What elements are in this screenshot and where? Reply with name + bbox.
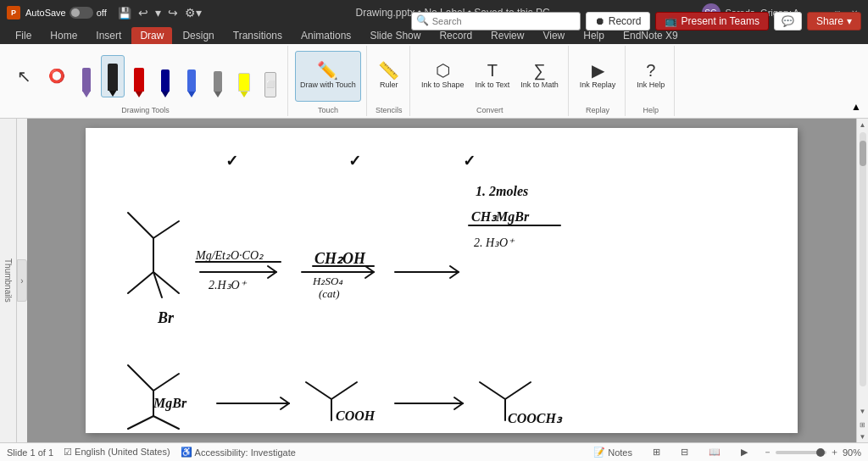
accessibility-icon: ♿ — [181, 447, 192, 458]
ink-help-btn[interactable]: ? Ink Help — [632, 51, 669, 102]
tab-home[interactable]: Home — [42, 27, 86, 44]
comment-button[interactable]: 💬 — [774, 12, 802, 31]
touch-group: ✏️ Draw with Touch Touch — [290, 46, 367, 116]
ink-to-math-btn[interactable]: ∑ Ink to Math — [516, 51, 563, 102]
ink-text-label: Ink to Text — [475, 81, 509, 90]
stencils-group: 📏 Ruler Stencils — [369, 46, 410, 116]
draw-touch-icon: ✏️ — [317, 62, 338, 79]
tab-animations[interactable]: Animations — [292, 27, 359, 44]
convert-content: ⬡ Ink to Shape T Ink to Text ∑ Ink to Ma… — [417, 47, 563, 104]
replay-label: Ink Replay — [580, 81, 616, 90]
zoom-in-btn[interactable]: ＋ — [830, 446, 839, 458]
scroll-up-btn[interactable]: ▲ — [857, 119, 869, 131]
slide-expand-btn[interactable]: ⊞ — [857, 419, 869, 430]
ruler-icon: 📏 — [378, 62, 399, 79]
gray-pen[interactable] — [206, 55, 230, 97]
ruler-btn[interactable]: 📏 Ruler — [374, 51, 404, 102]
touch-content: ✏️ Draw with Touch — [295, 47, 361, 104]
reading-view-btn[interactable]: 📖 — [704, 446, 726, 458]
help-label-group: Help — [643, 104, 659, 114]
undo-redo-group: 💾 ↩ ▾ ↪ ⚙▾ — [115, 4, 204, 21]
tab-file[interactable]: File — [7, 27, 40, 44]
thumbnails-collapse-btn[interactable]: › — [17, 259, 27, 302]
notes-label: Notes — [608, 447, 632, 458]
ribbon-tabs: File Home Insert Draw Design Transitions… — [0, 25, 868, 44]
red-marker[interactable] — [127, 55, 151, 97]
replay-label-group: Replay — [586, 104, 609, 114]
accessibility-btn[interactable]: ♿ Accessibility: Investigate — [181, 447, 296, 458]
undo-dropdown[interactable]: ▾ — [153, 4, 164, 21]
help-label: Ink Help — [637, 81, 665, 90]
ink-to-shape-btn[interactable]: ⬡ Ink to Shape — [417, 51, 469, 102]
right-scrollbar: ▲ ▼ ⊞ ▼ — [856, 119, 868, 442]
help-icon: ? — [646, 62, 655, 79]
search-input[interactable] — [411, 12, 581, 31]
ribbon-toolbar: ↖ ⭕ — [0, 44, 868, 119]
help-content: ? Ink Help — [632, 47, 669, 104]
search-icon: 🔍 — [416, 14, 429, 26]
zoom-area: － ＋ 90% — [763, 446, 861, 458]
language-label: English (United States) — [75, 447, 170, 457]
save-icon[interactable]: 💾 — [115, 5, 134, 21]
slide-sorter-btn[interactable]: ⊟ — [676, 446, 693, 458]
pen-stack: ⬜ — [75, 55, 282, 97]
header-right-area: 🔍 ⏺ Record 📺 Present in Teams 💬 Share ▾ — [411, 12, 861, 31]
convert-group: ⬡ Ink to Shape T Ink to Text ∑ Ink to Ma… — [412, 46, 569, 116]
scroll-track[interactable] — [860, 132, 866, 386]
selection-arrow-icon: ↖ — [17, 68, 31, 85]
pen-tools-row: ↖ ⭕ — [8, 47, 282, 104]
help-group: ? Ink Help Help — [627, 46, 675, 116]
spelling-icon: ☑ — [64, 447, 72, 457]
tab-insert[interactable]: Insert — [87, 27, 130, 44]
filename: Drawing.pptx — [355, 7, 415, 19]
ink-shape-label: Ink to Shape — [421, 81, 465, 90]
ink-to-text-btn[interactable]: T Ink to Text — [470, 51, 514, 102]
search-container: 🔍 — [411, 12, 581, 31]
zoom-out-btn[interactable]: － — [763, 446, 772, 458]
redo-btn[interactable]: ↪ — [165, 4, 181, 21]
autosave-toggle[interactable] — [70, 7, 93, 19]
notes-icon: 📝 — [593, 447, 605, 458]
accessibility-label: Accessibility: Investigate — [195, 447, 296, 458]
purple-pen[interactable] — [75, 55, 98, 97]
zoom-slider[interactable] — [776, 451, 826, 454]
collapse-ribbon-btn[interactable]: ▲ — [848, 97, 865, 116]
present-in-teams-button[interactable]: 📺 Present in Teams — [655, 12, 769, 31]
normal-view-btn[interactable]: ⊞ — [648, 446, 665, 458]
ink-math-label: Ink to Math — [520, 81, 559, 90]
share-button[interactable]: Share ▾ — [807, 12, 861, 31]
selection-tool-btn[interactable]: ↖ — [8, 51, 39, 102]
record-icon: ⏺ — [595, 15, 605, 27]
tab-design[interactable]: Design — [174, 27, 222, 44]
slide-show-btn[interactable]: ▶ — [736, 446, 753, 458]
app-icon: P — [7, 6, 20, 19]
touch-group-label: Touch — [318, 104, 338, 114]
draw-touch-label: Draw with Touch — [300, 81, 356, 90]
share-label: Share — [816, 15, 843, 27]
pens-row: ⬜ — [75, 55, 282, 97]
stencils-label: Stencils — [376, 104, 403, 114]
customize-btn[interactable]: ⚙▾ — [182, 4, 204, 21]
tab-transitions[interactable]: Transitions — [225, 27, 291, 44]
yellow-highlighter[interactable] — [232, 55, 256, 97]
record-label: Record — [609, 15, 642, 27]
slide-next-btn[interactable]: ▼ — [857, 430, 869, 442]
record-button[interactable]: ⏺ Record — [586, 12, 651, 31]
thumbnails-panel[interactable]: Thumbnails — [0, 119, 17, 442]
ink-replay-btn[interactable]: ▶ Ink Replay — [576, 51, 620, 102]
main-area: Thumbnails › ▲ ▼ ⊞ ▼ — [0, 119, 868, 442]
dark-blue-pen[interactable] — [153, 55, 177, 97]
scroll-down-btn[interactable]: ▼ — [857, 405, 869, 417]
lasso-tool-btn[interactable]: ⭕ — [42, 51, 72, 102]
handwriting-canvas — [86, 128, 798, 433]
ink-shape-icon: ⬡ — [436, 62, 450, 79]
undo-btn[interactable]: ↩ — [136, 4, 151, 21]
draw-with-touch-btn[interactable]: ✏️ Draw with Touch — [295, 51, 361, 102]
toggle-off-label: off — [97, 8, 107, 18]
notes-btn[interactable]: 📝 Notes — [588, 446, 637, 458]
light-blue-pen[interactable] — [180, 55, 203, 97]
black-pen-active[interactable] — [101, 55, 125, 97]
tab-draw[interactable]: Draw — [131, 27, 172, 44]
autosave-label: AutoSave — [25, 8, 66, 18]
eraser-btn[interactable]: ⬜ — [259, 55, 282, 97]
